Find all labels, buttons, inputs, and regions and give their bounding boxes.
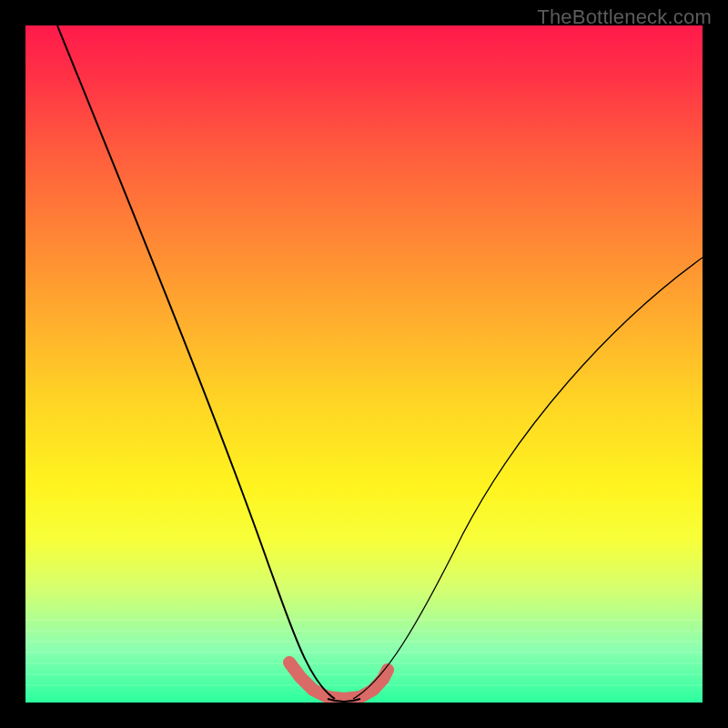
chart-frame: TheBottleneck.com xyxy=(0,0,728,728)
watermark-text: TheBottleneck.com xyxy=(537,5,712,29)
curve-right xyxy=(353,258,703,699)
valley-highlight xyxy=(289,662,388,699)
curve-left xyxy=(57,25,335,699)
chart-svg xyxy=(25,25,703,703)
plot-area xyxy=(25,25,703,703)
